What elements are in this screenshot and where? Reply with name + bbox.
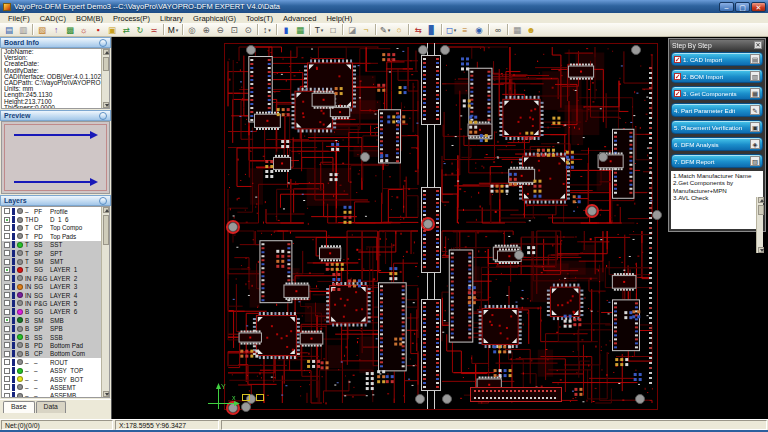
text-edit-icon[interactable]: T▾: [312, 24, 326, 36]
layer-visible-checkbox[interactable]: [4, 326, 10, 332]
step-3-get-components[interactable]: ✓3. Get Components▦: [671, 86, 763, 100]
mirror-mode-icon[interactable]: M▾: [166, 24, 180, 36]
layer-visible-checkbox[interactable]: [4, 309, 10, 315]
layer-row-layer-3[interactable]: INSGLAYER_3: [2, 283, 109, 291]
menu-tools-t[interactable]: Tools(T): [241, 14, 278, 23]
step-panel-close-icon[interactable]: ✕: [754, 41, 762, 49]
step-5-placement-verification[interactable]: 5. Placement Verification▣: [671, 120, 763, 134]
zoom-window-icon[interactable]: ⊡: [227, 24, 241, 36]
preview-pin-icon[interactable]: [99, 112, 107, 120]
layer-visible-checkbox[interactable]: [4, 275, 10, 281]
menu-bom-b[interactable]: BOM(B): [71, 14, 108, 23]
board-info-pin-icon[interactable]: [99, 39, 107, 47]
layer-row-top-pads[interactable]: TPDTop Pads: [2, 232, 109, 240]
layer-visible-checkbox[interactable]: [4, 267, 10, 273]
user-profile-icon[interactable]: ☻: [524, 24, 538, 36]
frame-tool-icon[interactable]: ◻▾: [444, 24, 458, 36]
binoculars-find-icon[interactable]: ∞: [491, 24, 505, 36]
layer-row-smb[interactable]: BSMSMB: [2, 316, 109, 324]
layer-row-layer-5[interactable]: INP&GLAYER_5: [2, 299, 109, 307]
layer-visible-checkbox[interactable]: [4, 384, 10, 390]
layer-visible-checkbox[interactable]: [4, 300, 10, 306]
layer-row-ssb[interactable]: BSSSSB: [2, 333, 109, 341]
dropdown-caret-icon[interactable]: ▾: [388, 24, 391, 36]
scroll-thumb[interactable]: [103, 57, 109, 71]
zoom-in-icon[interactable]: ⊕: [199, 24, 213, 36]
zoom-previous-icon[interactable]: ⊙: [241, 24, 255, 36]
grid-table-icon[interactable]: ▦: [293, 24, 307, 36]
layer-visible-checkbox[interactable]: [4, 208, 10, 214]
open-job-icon[interactable]: ▣: [105, 24, 119, 36]
component-pkg-icon[interactable]: ▦: [510, 24, 524, 36]
lamp-check-icon[interactable]: ○: [392, 24, 406, 36]
zoom-out-icon[interactable]: ⊖: [213, 24, 227, 36]
dropdown-caret-icon[interactable]: ▾: [454, 24, 457, 36]
layer-row-layer-6[interactable]: BSGLAYER_6: [2, 308, 109, 316]
layer-visible-checkbox[interactable]: [4, 284, 10, 290]
menu-process-p[interactable]: Process(P): [108, 14, 155, 23]
settings-gear-icon[interactable]: ☼: [77, 24, 91, 36]
zoom-fit-icon[interactable]: ◎: [185, 24, 199, 36]
connect-icon[interactable]: ≍: [147, 24, 161, 36]
layer-visible-checkbox[interactable]: [4, 368, 10, 374]
library-books-icon[interactable]: ▊: [425, 24, 439, 36]
color-bars-icon[interactable]: ≡: [458, 24, 472, 36]
scroll-thumb[interactable]: [758, 205, 764, 215]
menu-cad-c[interactable]: CAD(C): [35, 14, 71, 23]
tab-data[interactable]: Data: [36, 401, 66, 413]
step-7-dfm-report[interactable]: 7. DFM Report▨: [671, 154, 763, 168]
step-6-dfm-analysis[interactable]: 6. DFM Analysis◈: [671, 137, 763, 151]
layer-visible-checkbox[interactable]: [4, 292, 10, 298]
paste-icon[interactable]: ▧: [35, 24, 49, 36]
refresh-icon[interactable]: ↻: [133, 24, 147, 36]
scroll-thumb[interactable]: [103, 215, 109, 245]
pencil-draw-icon[interactable]: ✎▾: [378, 24, 392, 36]
scroll-up-icon[interactable]: [103, 207, 109, 213]
step-checked-checkbox[interactable]: ✓: [674, 56, 681, 63]
layer-row-d-1-6[interactable]: THDD_1_6: [2, 215, 109, 223]
dropdown-caret-icon[interactable]: ▾: [321, 24, 324, 36]
print-icon[interactable]: ▥: [16, 24, 30, 36]
maximize-button[interactable]: ▢: [735, 2, 750, 12]
step-checked-checkbox[interactable]: ✓: [674, 90, 681, 97]
layer-visible-checkbox[interactable]: [4, 393, 10, 398]
scroll-down-icon[interactable]: [103, 102, 109, 108]
query-rect-icon[interactable]: □: [326, 24, 340, 36]
step-2-bom-import[interactable]: ✓2. BOM Import▥: [671, 69, 763, 83]
layer-visible-checkbox[interactable]: [4, 250, 10, 256]
hook-probe-icon[interactable]: ¬: [359, 24, 373, 36]
layer-visible-checkbox[interactable]: [4, 376, 10, 382]
layer-row-assemb[interactable]: ––ASSEMB: [2, 392, 109, 398]
layer-row-smt[interactable]: TSMSMT: [2, 257, 109, 265]
menu-advanced[interactable]: Advanced: [278, 14, 321, 23]
layer-row-layer-4[interactable]: INSGLAYER_4: [2, 291, 109, 299]
board-info-scrollbar[interactable]: [101, 49, 109, 108]
layer-row-top-compo[interactable]: TCPTop Compo: [2, 224, 109, 232]
step-checked-checkbox[interactable]: ✓: [674, 73, 681, 80]
dropdown-caret-icon[interactable]: ▾: [268, 24, 271, 36]
scroll-down-icon[interactable]: [103, 391, 109, 397]
layer-row-assy-bot[interactable]: ––ASSY_BOT: [2, 375, 109, 383]
layer-visible-checkbox[interactable]: [4, 351, 10, 357]
layer-visible-checkbox[interactable]: [4, 334, 10, 340]
layer-row-spb[interactable]: BSPSPB: [2, 324, 109, 332]
layer-row-assemt[interactable]: ––ASSEMT: [2, 383, 109, 391]
layer-row-sst[interactable]: TSSSST: [2, 241, 109, 249]
layer-visible-checkbox[interactable]: [4, 225, 10, 231]
scroll-up-icon[interactable]: [758, 197, 764, 203]
note-scrollbar[interactable]: [756, 197, 763, 253]
board-setup-icon[interactable]: ▩: [63, 24, 77, 36]
layer-visible-checkbox[interactable]: [4, 259, 10, 265]
tab-base[interactable]: Base: [3, 401, 35, 413]
layer-row-layer-2[interactable]: INP&GLAYER_2: [2, 274, 109, 282]
eraser-icon[interactable]: ◪: [345, 24, 359, 36]
menu-library[interactable]: Library: [155, 14, 188, 23]
layers-pin-icon[interactable]: [99, 197, 107, 205]
layer-visible-checkbox[interactable]: [4, 217, 10, 223]
import-cad-icon[interactable]: ↑: [49, 24, 63, 36]
layer-row-spt[interactable]: TSPSPT: [2, 249, 109, 257]
layer-row-assy-top[interactable]: ––ASSY_TOP: [2, 366, 109, 374]
layer-visible-checkbox[interactable]: [4, 233, 10, 239]
layers-scrollbar[interactable]: [101, 207, 109, 397]
highlight-icon[interactable]: ▮: [279, 24, 293, 36]
